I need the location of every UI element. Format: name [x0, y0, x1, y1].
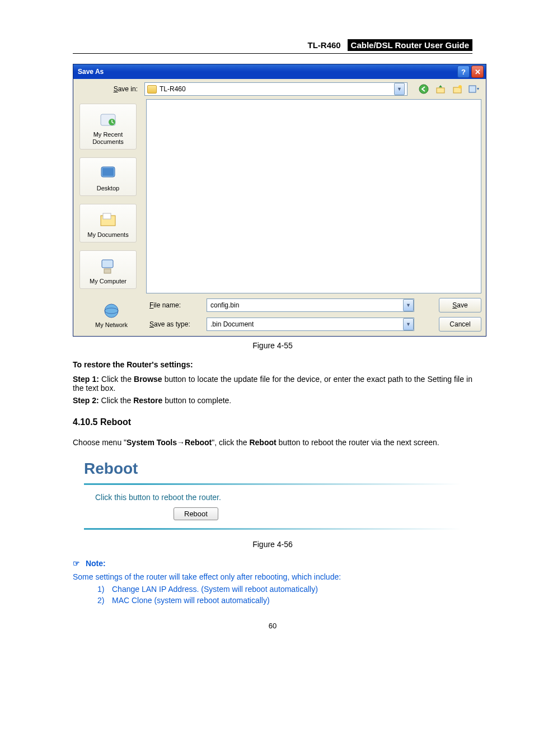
- note-label: Note:: [86, 559, 106, 568]
- savetype-dropdown-icon[interactable]: ▼: [403, 318, 414, 330]
- section-title: Reboot: [100, 417, 131, 427]
- restore-step-1: Step 1: Click the Browse button to locat…: [73, 375, 472, 393]
- svg-rect-4: [469, 86, 476, 92]
- help-button[interactable]: ?: [457, 66, 470, 78]
- svg-rect-8: [102, 168, 114, 176]
- svg-point-3: [458, 85, 462, 88]
- place-mynetwork-label: My Network: [83, 321, 139, 329]
- cm-reboot2: Reboot: [249, 438, 276, 447]
- place-mydocs-label: My Documents: [80, 231, 136, 239]
- folder-icon: [147, 85, 157, 94]
- step2-text-a: Click the: [101, 396, 134, 405]
- svg-rect-10: [103, 213, 111, 219]
- svg-point-13: [105, 304, 118, 318]
- save-button[interactable]: Save: [439, 298, 481, 312]
- savein-value: TL-R460: [160, 85, 391, 93]
- reboot-panel-text: Click this button to reboot the router.: [95, 493, 461, 502]
- place-mycomputer[interactable]: My Computer: [79, 250, 137, 289]
- svg-rect-12: [104, 269, 111, 273]
- step2-label: Step 2:: [73, 396, 99, 405]
- svg-rect-1: [437, 88, 444, 93]
- note-item-2-text: MAC Clone (system will reboot automatica…: [112, 596, 270, 605]
- reboot-button[interactable]: Reboot: [174, 507, 218, 520]
- reboot-panel: Reboot Click this button to reboot the r…: [73, 455, 472, 535]
- place-mycomputer-label: My Computer: [80, 278, 136, 285]
- header-rule: [73, 53, 472, 54]
- svg-rect-11: [102, 260, 113, 268]
- close-button[interactable]: ✕: [471, 66, 484, 78]
- choose-menu-para: Choose menu "System Tools→Reboot", click…: [73, 435, 472, 450]
- note-item-1: 1)Change LAN IP Address. (System will re…: [97, 585, 472, 594]
- figure-55-caption: Figure 4-55: [73, 341, 472, 350]
- svg-point-0: [419, 85, 428, 94]
- filename-dropdown-icon[interactable]: ▼: [403, 299, 414, 311]
- filename-input[interactable]: config.bin ▼: [207, 298, 414, 312]
- place-mydocs[interactable]: My Documents: [79, 204, 137, 242]
- mydocs-icon: [99, 210, 118, 229]
- desktop-icon: [99, 164, 118, 183]
- page-number: 60: [73, 622, 472, 630]
- note-item-2-num: 2): [97, 596, 112, 605]
- step2-restore: Restore: [133, 396, 162, 405]
- doc-header: TL-R460 Cable/DSL Router User Guide: [73, 39, 472, 51]
- cm-a: Choose menu ": [73, 438, 127, 447]
- cancel-button[interactable]: Cancel: [439, 317, 481, 332]
- guide-title: Cable/DSL Router User Guide: [348, 39, 472, 51]
- filename-value: config.bin: [210, 301, 239, 309]
- section-heading: 4.10.5 Reboot: [73, 417, 472, 427]
- mycomputer-icon: [99, 256, 118, 276]
- note-intro: Some settings of the router will take ef…: [73, 572, 472, 581]
- restore-heading: To restore the Router's settings:: [73, 360, 472, 369]
- saveas-titlebar: Save As ? ✕: [73, 64, 486, 79]
- note-icon: ☞: [73, 559, 80, 568]
- filename-label: File name:: [145, 301, 207, 309]
- step1-text-a: Click the: [101, 375, 134, 384]
- cm-reboot: Reboot: [185, 438, 212, 447]
- combo-dropdown-icon[interactable]: ▼: [394, 83, 405, 95]
- place-mynetwork[interactable]: My Network: [83, 301, 139, 329]
- reboot-rule-bottom: [84, 528, 461, 530]
- place-recent-label: My Recent Documents: [80, 131, 136, 146]
- savetype-label: Save as type:: [145, 320, 207, 328]
- reboot-panel-title: Reboot: [84, 460, 461, 478]
- model-name: TL-R460: [307, 40, 340, 50]
- note-item-1-text: Change LAN IP Address. (System will rebo…: [112, 585, 318, 594]
- step1-browse: Browse: [134, 375, 162, 384]
- new-folder-icon[interactable]: [451, 83, 463, 95]
- savetype-combo[interactable]: .bin Document ▼: [207, 318, 414, 331]
- step1-label: Step 1:: [73, 375, 99, 384]
- saveas-title: Save As: [78, 68, 456, 76]
- note-item-1-num: 1): [97, 585, 112, 594]
- views-icon[interactable]: [468, 83, 480, 95]
- cm-systools: System Tools: [127, 438, 177, 447]
- saveas-dialog: Save As ? ✕ Save in: TL-R460 ▼ My: [73, 64, 486, 337]
- place-desktop-label: Desktop: [80, 185, 136, 192]
- figure-56-caption: Figure 4-56: [73, 540, 472, 549]
- places-bar: My Recent Documents Desktop My Documents…: [73, 99, 143, 293]
- cm-c: button to reboot the router via the next…: [277, 438, 439, 447]
- note-row: ☞ Note:: [73, 559, 472, 568]
- savetype-value: .bin Document: [210, 320, 254, 328]
- note-item-2: 2)MAC Clone (system will reboot automati…: [97, 596, 472, 605]
- restore-step-2: Step 2: Click the Restore button to comp…: [73, 396, 472, 405]
- reboot-rule-top: [84, 483, 461, 485]
- step2-text-b: button to complete.: [162, 396, 231, 405]
- recent-icon: [99, 110, 118, 129]
- up-one-level-icon[interactable]: [434, 83, 447, 95]
- cm-b: ", click the: [212, 438, 249, 447]
- cm-arrow: →: [177, 438, 185, 447]
- savein-combo[interactable]: TL-R460 ▼: [144, 82, 407, 96]
- place-recent[interactable]: My Recent Documents: [79, 104, 137, 150]
- back-icon[interactable]: [418, 83, 430, 95]
- file-listing[interactable]: [146, 99, 481, 293]
- section-number: 4.10.5: [73, 417, 97, 427]
- savein-label: Save in:: [79, 85, 141, 93]
- mynetwork-icon: [102, 301, 121, 320]
- place-desktop[interactable]: Desktop: [79, 157, 137, 196]
